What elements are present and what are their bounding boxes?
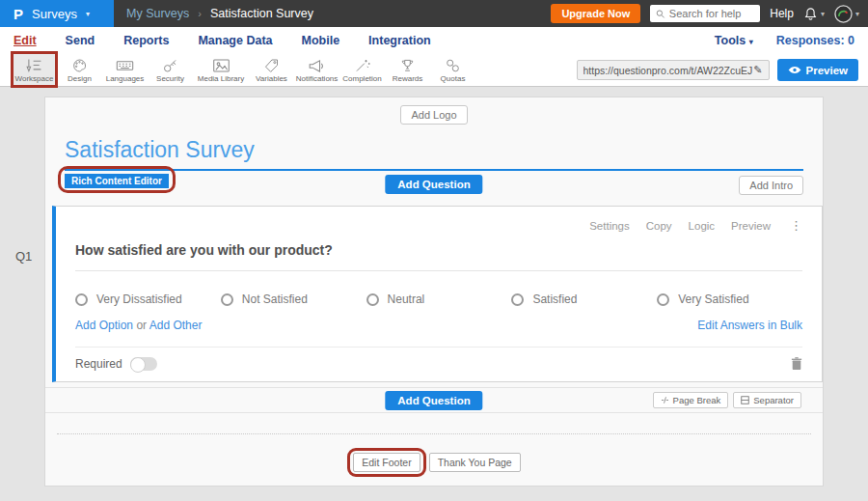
survey-menu-bar: Edit Send Reports Manage Data Mobile Int…: [0, 27, 868, 54]
edit-answers-in-bulk-link[interactable]: Edit Answers in Bulk: [697, 319, 802, 332]
option-links-row: Add Option or Add Other Edit Answers in …: [75, 319, 802, 332]
add-option-link[interactable]: Add Option: [75, 319, 133, 332]
page-break-button[interactable]: Page Break: [653, 392, 729, 408]
answer-option: Not Satisfied: [221, 292, 366, 306]
footer-divider: [57, 433, 811, 434]
tab-mobile[interactable]: Mobile: [302, 34, 340, 47]
intro-row: Rich Content Editor Add Question Add Int…: [65, 171, 803, 206]
rewards-icon: [398, 58, 417, 73]
tab-reports[interactable]: Reports: [123, 34, 169, 47]
toolbar-item-quotas[interactable]: Quotas: [430, 54, 475, 86]
radio-button[interactable]: [221, 293, 233, 306]
toolbar-item-notifications[interactable]: Notifications: [294, 54, 339, 86]
add-logo-button[interactable]: Add Logo: [400, 105, 467, 125]
separator-icon: [741, 396, 749, 404]
survey-title-block: Satisfaction Survey: [65, 137, 803, 171]
question-settings-link[interactable]: Settings: [589, 220, 630, 232]
languages-icon: [116, 58, 134, 73]
design-icon: [70, 58, 89, 73]
footer-row: Edit Footer Thank You Page: [45, 448, 823, 477]
answer-option-label[interactable]: Very Dissatisfied: [96, 292, 182, 306]
question-text[interactable]: How satisfied are you with our product?: [75, 242, 802, 271]
tools-menu[interactable]: Tools ▾: [715, 34, 753, 47]
notifications-bell-menu[interactable]: ▾: [803, 7, 825, 21]
breadcrumb: My Surveys › Satisfaction Survey: [126, 7, 313, 20]
search-icon: [656, 9, 665, 19]
edit-footer-button[interactable]: Edit Footer: [353, 453, 420, 472]
add-question-button-top[interactable]: Add Question: [385, 175, 482, 194]
avatar: [834, 5, 853, 23]
toolbar-item-languages[interactable]: Languages: [102, 54, 148, 86]
survey-title[interactable]: Satisfaction Survey: [65, 137, 255, 162]
answer-option-label[interactable]: Satisfied: [532, 292, 577, 306]
toolbar-item-completion[interactable]: Completion: [339, 54, 385, 86]
preview-button[interactable]: Preview: [777, 59, 858, 81]
responses-count[interactable]: Responses: 0: [776, 34, 854, 47]
required-toggle[interactable]: [130, 357, 157, 371]
question-card-inner: Settings Copy Logic Preview ⋮ How satisf…: [56, 207, 822, 381]
variables-icon: [262, 58, 281, 73]
survey-url-group: ✎ Preview: [577, 54, 858, 86]
radio-button[interactable]: [366, 293, 379, 306]
questionpro-app: P Surveys ▾ My Surveys › Satisfaction Su…: [0, 0, 868, 501]
breadcrumb-my-surveys[interactable]: My Surveys: [126, 7, 189, 20]
question-number: Q1: [15, 249, 32, 264]
toolbar-item-media-library[interactable]: Media Library: [193, 54, 249, 86]
toolbar-item-rewards[interactable]: Rewards: [385, 54, 430, 86]
questionpro-logo: P: [14, 6, 23, 22]
trash-icon: [791, 356, 802, 371]
top-bar: P Surveys ▾ My Surveys › Satisfaction Su…: [0, 0, 868, 27]
answer-option-label[interactable]: Very Satisfied: [678, 292, 748, 306]
answer-option-label[interactable]: Not Satisfied: [242, 292, 308, 306]
account-menu[interactable]: ▾: [834, 5, 859, 23]
question-copy-link[interactable]: Copy: [646, 220, 672, 232]
survey-canvas: Add Logo Satisfaction Survey Rich Conten…: [0, 97, 868, 501]
menubar-right: Tools ▾ Responses: 0: [715, 34, 854, 47]
question-logic-link[interactable]: Logic: [689, 220, 716, 232]
chevron-down-icon: ▾: [86, 10, 90, 18]
radio-button[interactable]: [75, 293, 88, 306]
app-menu-label: Surveys: [32, 7, 77, 21]
add-question-button-bottom[interactable]: Add Question: [385, 391, 482, 410]
survey-url-input[interactable]: [583, 65, 754, 76]
radio-button[interactable]: [511, 293, 524, 306]
thank-you-page-button[interactable]: Thank You Page: [429, 453, 521, 472]
rich-content-editor-button[interactable]: Rich Content Editor: [65, 174, 169, 188]
surveys-app-menu[interactable]: P Surveys ▾: [0, 0, 114, 27]
delete-question-button[interactable]: [791, 356, 802, 371]
chevron-down-icon: ▾: [749, 38, 753, 46]
tab-edit[interactable]: Edit: [14, 34, 37, 47]
survey-url-field: ✎: [577, 60, 770, 80]
workspace-icon: [25, 58, 43, 73]
tab-manage-data[interactable]: Manage Data: [198, 34, 272, 47]
question-footer-row: Required: [75, 347, 802, 381]
notifications-icon: [308, 58, 326, 73]
toolbar-item-workspace[interactable]: Workspace: [12, 54, 57, 86]
help-link[interactable]: Help: [770, 7, 794, 20]
toolbar-item-security[interactable]: Security: [148, 54, 193, 86]
add-intro-button[interactable]: Add Intro: [739, 176, 803, 195]
separator-button[interactable]: Separator: [733, 392, 801, 408]
eye-icon: [788, 66, 801, 74]
chevron-down-icon: ▾: [855, 10, 859, 18]
edit-url-icon[interactable]: ✎: [753, 64, 762, 76]
upgrade-now-button[interactable]: Upgrade Now: [551, 4, 640, 23]
more-options-icon[interactable]: ⋮: [790, 218, 802, 233]
toolbar-item-variables[interactable]: Variables: [249, 54, 294, 86]
page-controls: Page Break Separator: [653, 392, 801, 408]
tab-integration[interactable]: Integration: [368, 34, 431, 47]
completion-icon: [353, 58, 371, 73]
survey-page: Add Logo Satisfaction Survey Rich Conten…: [44, 97, 824, 487]
question-preview-link[interactable]: Preview: [731, 220, 771, 232]
help-search-input[interactable]: [669, 8, 754, 19]
answer-option: Very Dissatisfied: [75, 292, 221, 306]
annotation-box-edit-footer: Edit Footer: [347, 448, 425, 477]
add-other-link[interactable]: Add Other: [149, 319, 203, 332]
radio-button[interactable]: [657, 293, 669, 306]
toolbar-item-design[interactable]: Design: [57, 54, 102, 86]
bell-icon: [803, 7, 818, 21]
quotas-icon: [444, 58, 462, 73]
tab-send[interactable]: Send: [66, 34, 95, 47]
or-label: or: [136, 319, 147, 332]
answer-option-label[interactable]: Neutral: [388, 292, 425, 306]
